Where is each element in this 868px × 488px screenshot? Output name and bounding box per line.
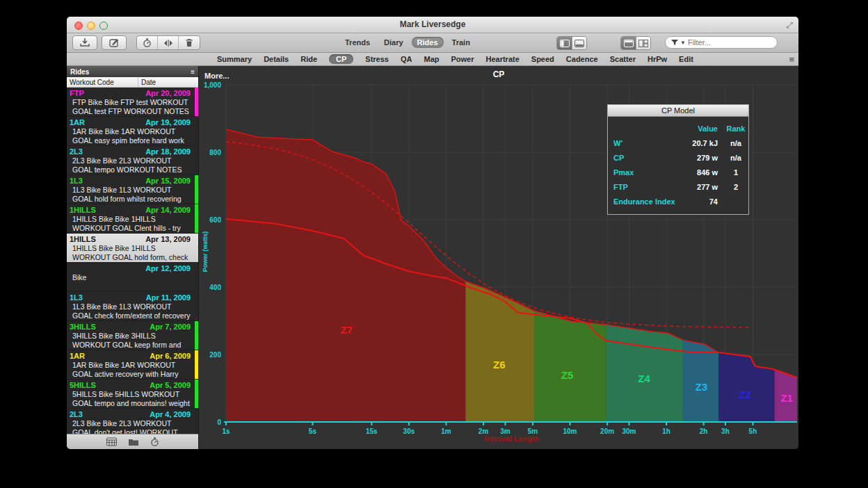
ride-code: 1HILLS xyxy=(70,206,96,215)
ride-list-item[interactable]: 5HILLSApr 5, 20095HILLS Bike 5HILLS WORK… xyxy=(67,380,198,409)
cp-table-header-row: Value Rank xyxy=(613,121,743,136)
y-axis-tick-label: 0 xyxy=(217,418,221,426)
ride-description: 2L3 Bike Bike 2L3 WORKOUT xyxy=(70,156,195,165)
y-axis-tick-label: 600 xyxy=(209,216,221,224)
minimize-window-icon[interactable] xyxy=(87,22,95,30)
filter-input[interactable] xyxy=(688,38,757,47)
ride-description: WORKOUT GOAL hold form, check xyxy=(70,253,195,262)
ride-color-bar xyxy=(195,175,198,204)
column-workout-code[interactable]: Workout Code xyxy=(67,77,138,88)
y-axis-tick-label: 1,000 xyxy=(204,81,221,89)
zone-label-z2: Z2 xyxy=(739,389,751,400)
tab-stress[interactable]: Stress xyxy=(365,55,389,63)
cp-table-row: CP279 wn/a xyxy=(613,150,743,165)
trash-icon xyxy=(185,38,193,47)
ride-list-item[interactable]: 1HILLSApr 14, 20091HILLS Bike Bike 1HILL… xyxy=(67,204,198,234)
filter-field[interactable]: ▼ xyxy=(665,36,778,49)
fullscreen-icon[interactable]: ⤢ xyxy=(786,20,793,30)
tab-scatter[interactable]: Scatter xyxy=(610,55,636,63)
filter-dropdown-icon[interactable]: ▼ xyxy=(680,40,686,46)
ride-list-item[interactable]: 1ARApr 6, 20091AR Bike Bike 1AR WORKOUTG… xyxy=(67,350,198,380)
intervals-button[interactable] xyxy=(137,36,158,49)
ride-list-item[interactable]: 3HILLSApr 7, 20093HILLS Bike Bike 3HILLS… xyxy=(67,321,198,350)
close-window-icon[interactable] xyxy=(74,22,83,30)
cp-col-value: Value xyxy=(682,124,722,133)
tab-hrpw[interactable]: HrPw xyxy=(648,55,667,63)
tab-edit[interactable]: Edit xyxy=(679,55,693,63)
ride-code: 2L3 xyxy=(70,410,83,419)
column-date[interactable]: Date xyxy=(138,77,198,88)
toggle-lowbar-button[interactable] xyxy=(572,37,586,49)
tiled-view-button[interactable] xyxy=(636,37,650,49)
zone-label-z3: Z3 xyxy=(696,381,708,393)
ride-description: 1AR Bike Bike 1AR WORKOUT xyxy=(70,127,195,136)
tab-cp[interactable]: CP xyxy=(329,54,353,64)
ride-list[interactable]: FTPApr 20, 2009FTP Bike Bike FTP test WO… xyxy=(67,88,198,434)
stopwatch-icon xyxy=(143,38,152,47)
ride-date: Apr 12, 2009 xyxy=(145,264,191,273)
tab-cadence[interactable]: Cadence xyxy=(566,55,598,63)
ride-description: 5HILLS Bike 5HILLS WORKOUT xyxy=(70,390,195,399)
import-ride-button[interactable] xyxy=(72,35,97,50)
scope-tab-train[interactable]: Train xyxy=(447,37,476,48)
ride-code: 1L3 xyxy=(70,177,83,186)
ride-list-item[interactable]: 1L3Apr 15, 20091L3 Bike Bike 1L3 WORKOUT… xyxy=(67,175,198,204)
split-ride-button[interactable] xyxy=(158,36,179,49)
tab-heartrate[interactable]: Heartrate xyxy=(486,55,520,63)
zone-band-z5 xyxy=(534,311,606,422)
ride-code: 1AR xyxy=(70,118,85,127)
analysis-tabbar: SummaryDetailsRideCPStressQAMapPowerHear… xyxy=(67,53,798,66)
calendar-icon[interactable] xyxy=(106,437,117,446)
zone-label-z6: Z6 xyxy=(493,359,506,371)
ride-description: 2L3 Bike Bike 2L3 WORKOUT xyxy=(70,419,195,428)
tab-details[interactable]: Details xyxy=(264,55,289,63)
ride-list-item[interactable]: 2L3Apr 4, 20092L3 Bike Bike 2L3 WORKOUTG… xyxy=(67,409,198,434)
ride-date: Apr 20, 2009 xyxy=(145,89,191,98)
y-axis-tick-label: 800 xyxy=(209,149,221,156)
ride-list-item[interactable]: 2L3Apr 18, 20092L3 Bike Bike 2L3 WORKOUT… xyxy=(67,146,198,175)
toggle-sidebar-button[interactable] xyxy=(557,37,572,49)
tab-power[interactable]: Power xyxy=(451,55,474,63)
stopwatch-icon[interactable] xyxy=(150,437,159,446)
tab-map[interactable]: Map xyxy=(424,55,439,63)
tiled-windows-icon xyxy=(638,40,648,47)
ride-code: 1L3 xyxy=(70,293,83,302)
ride-code: 5HILLS xyxy=(70,381,96,390)
tabbed-view-button[interactable] xyxy=(621,37,636,49)
sidebar-menu-icon[interactable]: ≡ xyxy=(191,68,195,76)
scope-tab-rides[interactable]: Rides xyxy=(412,37,444,48)
tab-speed[interactable]: Speed xyxy=(531,55,554,63)
folder-icon[interactable] xyxy=(128,438,139,446)
ride-list-item[interactable]: 1HILLSApr 13, 20091HILLS Bike Bike 1HILL… xyxy=(67,234,198,263)
ride-color-bar xyxy=(195,204,198,233)
ride-description: GOAL easy spim before hard work xyxy=(70,136,195,145)
ride-tools-group xyxy=(136,35,200,50)
title-bar: Mark Liversedge ⤢ xyxy=(67,17,798,33)
ride-description: GOAL test FTP WORKOUT NOTES xyxy=(70,107,195,116)
zoom-window-icon[interactable] xyxy=(99,22,108,30)
ride-list-item[interactable]: 1L3Apr 11, 20091L3 Bike Bike 1L3 WORKOUT… xyxy=(67,292,198,321)
tab-summary[interactable]: Summary xyxy=(217,55,252,63)
compose-icon xyxy=(109,38,119,47)
ride-date: Apr 18, 2009 xyxy=(145,147,191,156)
ride-list-item[interactable]: 1ARApr 19, 20091AR Bike Bike 1AR WORKOUT… xyxy=(67,117,198,146)
left-panel-icon xyxy=(560,40,570,47)
manual-entry-button[interactable] xyxy=(102,35,127,50)
tab-qa[interactable]: QA xyxy=(401,55,412,63)
sidebar-bottombar xyxy=(67,434,198,449)
list-column-header[interactable]: Workout Code Date xyxy=(67,77,198,88)
chart-menu-icon[interactable]: ≡ xyxy=(789,54,794,65)
ride-description: GOAL don't get lost! WORKOUT xyxy=(70,428,195,434)
ride-color-bar xyxy=(195,321,198,350)
ride-color-bar xyxy=(195,88,198,116)
scope-tab-diary[interactable]: Diary xyxy=(378,37,409,48)
scope-tab-trends[interactable]: Trends xyxy=(339,37,376,48)
delete-ride-button[interactable] xyxy=(179,36,200,49)
tab-ride[interactable]: Ride xyxy=(300,55,317,63)
ride-list-item[interactable]: Apr 12, 2009Bike xyxy=(67,263,198,292)
zone-label-z1: Z1 xyxy=(780,392,793,404)
zone-label-z7: Z7 xyxy=(340,324,353,336)
ride-color-bar xyxy=(195,350,198,379)
ride-list-item[interactable]: FTPApr 20, 2009FTP Bike Bike FTP test WO… xyxy=(67,88,198,117)
ride-description: 1HILLS Bike Bike 1HILLS xyxy=(70,215,195,224)
